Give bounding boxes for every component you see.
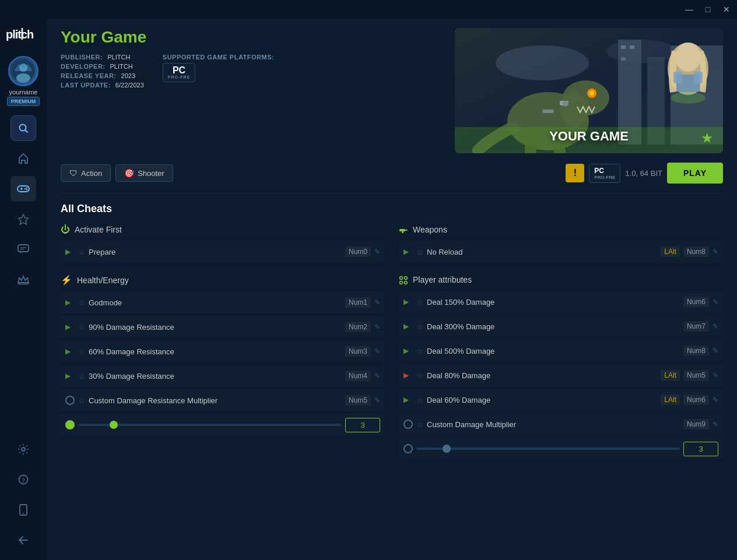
90dmg-edit-button[interactable]: ✎ (374, 323, 380, 331)
cheat-prepare: ▶ ☆ Prepare Num0 ✎ (61, 241, 385, 263)
deal-80-name: Deal 80% Damage (427, 371, 657, 380)
player-slider-thumb[interactable] (443, 445, 451, 453)
star-90dmg-button[interactable]: ☆ (78, 323, 85, 332)
sidebar-item-games[interactable] (10, 176, 36, 202)
deal-300-edit-button[interactable]: ✎ (713, 322, 718, 330)
deal-500-key: Num8 (683, 346, 709, 356)
deal-500-edit-button[interactable]: ✎ (713, 347, 718, 355)
star-deal-80-button[interactable]: ☆ (416, 371, 423, 380)
play-deal-80-button[interactable]: ▶ (403, 371, 413, 379)
star-custom-health-button[interactable]: ☆ (78, 396, 85, 405)
minimize-button[interactable]: — (683, 5, 695, 14)
svg-rect-32 (630, 45, 634, 49)
sidebar-item-search[interactable] (10, 115, 36, 141)
sidebar-item-home[interactable] (10, 146, 36, 171)
star-deal-60-button[interactable]: ☆ (416, 396, 423, 404)
sidebar-item-mobile[interactable] (10, 497, 36, 523)
star-no-reload-button[interactable]: ☆ (416, 248, 423, 256)
svg-line-7 (26, 131, 28, 133)
60dmg-key: Num3 (345, 346, 371, 357)
custom-dmg-edit-button[interactable]: ✎ (713, 420, 718, 428)
play-prepare-button[interactable]: ▶ (65, 248, 75, 256)
60dmg-edit-button[interactable]: ✎ (374, 347, 380, 355)
health-slider-track[interactable] (78, 424, 342, 426)
svg-point-23 (23, 513, 24, 514)
svg-rect-31 (621, 45, 626, 49)
player-slider-row (399, 438, 723, 460)
custom-health-circle (65, 396, 75, 405)
svg-point-43 (563, 101, 568, 107)
player-slider-track[interactable] (416, 448, 680, 450)
titlebar: — □ ✕ (0, 0, 737, 19)
godmode-edit-button[interactable]: ✎ (374, 298, 380, 307)
play-deal-300-button[interactable]: ▶ (403, 322, 413, 330)
star-prepare-button[interactable]: ☆ (78, 248, 85, 256)
svg-point-26 (496, 45, 589, 80)
deal-150-edit-button[interactable]: ✎ (713, 298, 718, 306)
user-profile[interactable]: yourname PREMIUM (7, 56, 40, 106)
sidebar-item-back[interactable] (10, 527, 36, 553)
deal-60-name: Deal 60% Damage (427, 396, 657, 404)
sidebar-item-settings[interactable] (10, 436, 36, 462)
prepare-edit-button[interactable]: ✎ (374, 248, 380, 256)
play-godmode-button[interactable]: ▶ (65, 298, 75, 307)
play-90dmg-button[interactable]: ▶ (65, 323, 75, 331)
tag-shooter-button[interactable]: 🎯 Shooter (115, 164, 173, 182)
group-health-energy-label: Health/Energy (77, 276, 129, 285)
avatar (8, 56, 38, 86)
maximize-button[interactable]: □ (702, 5, 714, 14)
health-slider-thumb[interactable] (110, 421, 118, 429)
custom-health-key: Num5 (345, 395, 371, 406)
star-deal-150-button[interactable]: ☆ (416, 298, 423, 307)
play-button[interactable]: PLAY (667, 163, 723, 184)
cheat-custom-health: ☆ Custom Damage Resistance Multiplier Nu… (61, 389, 385, 411)
health-slider-input[interactable] (345, 418, 380, 432)
developer-label: DEVELOPER: (61, 63, 106, 70)
star-custom-dmg-button[interactable]: ☆ (416, 420, 423, 429)
play-60dmg-button[interactable]: ▶ (65, 347, 75, 355)
deal-80-edit-button[interactable]: ✎ (713, 371, 718, 379)
custom-health-edit-button[interactable]: ✎ (374, 396, 380, 404)
svg-rect-51 (399, 229, 405, 231)
play-deal-60-button[interactable]: ▶ (403, 396, 413, 404)
group-weapons-label: Weapons (413, 225, 447, 234)
star-deal-500-button[interactable]: ☆ (416, 347, 423, 355)
30dmg-name: 30% Damage Resistance (89, 372, 342, 381)
play-deal-500-button[interactable]: ▶ (403, 347, 413, 355)
version-info: ! PC PRO-FRE 1.0, 64 BIT PLAY (566, 163, 723, 184)
sidebar-item-favorites[interactable] (10, 206, 36, 232)
player-slider-circle (403, 444, 413, 453)
svg-rect-15 (18, 245, 29, 252)
svg-rect-33 (621, 57, 626, 61)
deal-60-edit-button[interactable]: ✎ (713, 396, 718, 404)
svg-point-45 (675, 43, 701, 72)
group-health-energy: ⚡ Health/Energy ▶ ☆ Godmode Num1 ✎ ▶ (61, 274, 385, 436)
sidebar-item-premium[interactable] (10, 267, 36, 293)
player-slider-input[interactable] (683, 442, 718, 456)
30dmg-edit-button[interactable]: ✎ (374, 372, 380, 380)
premium-badge: PREMIUM (7, 97, 40, 106)
publisher-value: PLITCH (107, 54, 130, 61)
sidebar: plitch yourname PREMIUM (0, 19, 47, 560)
star-30dmg-button[interactable]: ☆ (78, 372, 85, 381)
username-label: yourname (9, 89, 38, 96)
tag-action-button[interactable]: 🛡 Action (61, 164, 111, 182)
svg-point-4 (16, 73, 30, 83)
cheat-30dmg: ▶ ☆ 30% Damage Resistance Num4 ✎ (61, 365, 385, 387)
play-30dmg-button[interactable]: ▶ (65, 372, 75, 380)
prepare-key: Num0 (345, 246, 371, 257)
svg-point-49 (671, 92, 706, 104)
star-deal-300-button[interactable]: ☆ (416, 322, 423, 331)
shooter-icon: 🎯 (124, 168, 134, 178)
no-reload-edit-button[interactable]: ✎ (713, 248, 718, 256)
close-button[interactable]: ✕ (721, 5, 732, 14)
star-godmode-button[interactable]: ☆ (78, 298, 85, 307)
svg-text:?: ? (22, 477, 26, 484)
star-60dmg-button[interactable]: ☆ (78, 347, 85, 356)
play-deal-150-button[interactable]: ▶ (403, 298, 413, 306)
sidebar-item-help[interactable]: ? (10, 467, 36, 492)
svg-point-19 (22, 448, 25, 451)
sidebar-item-community[interactable] (10, 237, 36, 262)
play-no-reload-button[interactable]: ▶ (403, 248, 413, 256)
cheat-custom-dmg: ☆ Custom Damage Multiplier Num9 ✎ (399, 413, 723, 435)
